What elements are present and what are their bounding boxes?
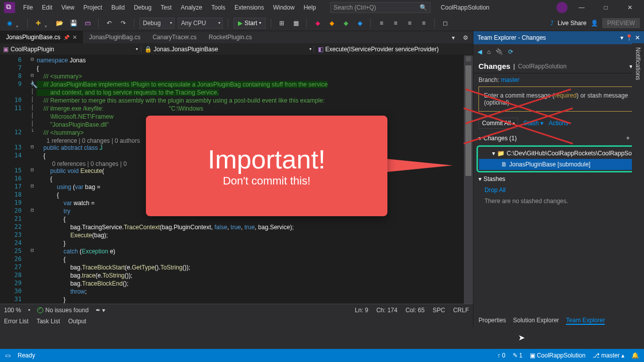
tab-rocketplugin[interactable]: RocketPlugin.cs — [203, 31, 258, 43]
nav-project[interactable]: CoolRappPlugin — [11, 46, 54, 53]
collapsed-side-tab[interactable]: Notifications — [632, 43, 644, 343]
redo-icon[interactable]: ↷ — [118, 18, 129, 29]
bell-icon[interactable]: 🔔 — [631, 352, 639, 359]
liveshare-button[interactable]: Live Share — [557, 20, 586, 27]
platform-combo[interactable]: Any CPU — [178, 18, 223, 29]
preview-badge: PREVIEW — [602, 18, 640, 28]
indent-icon[interactable]: ≡ — [390, 18, 401, 29]
nav-method[interactable]: Execute(IServiceProvider serviceProvider… — [326, 46, 439, 53]
undo-icon[interactable]: ↶ — [104, 18, 115, 29]
maximize-button[interactable]: □ — [596, 1, 616, 15]
status-crlf[interactable]: CRLF — [453, 307, 469, 314]
sync-icon[interactable]: ↑ 0 — [497, 352, 505, 359]
stage-all-icon[interactable]: ＋ — [625, 134, 631, 142]
gear-icon[interactable]: ⚙ — [460, 32, 471, 43]
plug-icon[interactable]: 🔌 — [496, 48, 503, 55]
pending-icon[interactable]: ✎ 1 — [513, 352, 523, 359]
menu-analyze[interactable]: Analyze — [177, 2, 206, 13]
pin-icon[interactable]: 📌 — [63, 35, 69, 40]
split-icon[interactable] — [466, 56, 471, 61]
line-gutter: 6789101112 1314 151617181920212223242526… — [0, 55, 28, 304]
ext-icon[interactable]: ◆ — [312, 18, 323, 29]
output-icon[interactable]: ▭ — [5, 352, 11, 359]
start-button[interactable]: ▶ Start ▾ — [233, 18, 266, 29]
drop-all-link[interactable]: Drop All — [485, 187, 506, 194]
close-button[interactable]: ✕ — [620, 1, 640, 15]
menu-file[interactable]: File — [19, 2, 37, 13]
annotation-highlight: ▾📁C:\Dev\GitHub\CoolRappRockets\CoolRapp… — [476, 145, 641, 172]
tree-file-submodule[interactable]: 🗎JonasPluginBase [submodule] — [479, 159, 638, 170]
dropdown-icon[interactable]: ▾ — [620, 34, 623, 41]
tree-folder[interactable]: ▾📁C:\Dev\GitHub\CoolRappRockets\CoolRapp… — [479, 148, 638, 159]
menu-test[interactable]: Test — [156, 2, 176, 13]
repo-icon[interactable]: ▣ CoolRappSolution — [530, 352, 586, 359]
team-toolbar: ◀ ⌂ 🔌 ⟳ — [473, 44, 644, 59]
menu-help[interactable]: Help — [299, 2, 320, 13]
config-combo[interactable]: Debug — [139, 18, 175, 29]
search-input[interactable]: Search (Ctrl+Q) 🔍 — [330, 2, 431, 13]
close-icon[interactable]: ✕ — [635, 34, 640, 41]
solution-link[interactable]: CoolRappSolution — [518, 63, 567, 70]
menu-extensions[interactable]: Extensions — [230, 2, 268, 13]
liveshare-icon[interactable]: ⤴ — [550, 20, 553, 27]
issues-indicator[interactable]: No issues found — [37, 307, 89, 314]
branch-icon[interactable]: ⎇ master ▴ — [593, 352, 624, 359]
save-icon[interactable]: 💾 — [68, 18, 79, 29]
status-spc[interactable]: SPC — [433, 307, 445, 314]
menu-build[interactable]: Build — [107, 2, 129, 13]
menu-debug[interactable]: Debug — [130, 2, 155, 13]
bookmark-icon[interactable]: ◻ — [440, 18, 451, 29]
menu-project[interactable]: Project — [79, 2, 106, 13]
home-icon[interactable]: ⌂ — [487, 48, 491, 55]
pin-icon[interactable]: 📍 — [625, 34, 633, 41]
status-col: Col: 65 — [406, 307, 425, 314]
tab-solution-explorer[interactable]: Solution Explorer — [513, 317, 559, 325]
tab-jonaspluginbase[interactable]: JonasPluginBase.cs📌✕ — [0, 31, 83, 43]
close-icon[interactable]: ✕ — [72, 34, 77, 41]
tab-errorlist[interactable]: Error List — [4, 318, 29, 325]
open-icon[interactable]: 📂 — [54, 18, 65, 29]
csproj-icon: ▣ — [3, 46, 9, 53]
menu-window[interactable]: Window — [269, 2, 299, 13]
no-stash-text: There are no stashed changes. — [473, 195, 644, 208]
screwdriver-icon[interactable]: 🔧 — [30, 81, 38, 88]
tab-tasklist[interactable]: Task List — [37, 318, 60, 325]
tab-properties[interactable]: Properties — [478, 317, 506, 325]
tab-dropdown-icon[interactable]: ▾ — [448, 32, 459, 43]
zoom-level[interactable]: 100 % — [4, 307, 21, 314]
save-all-icon[interactable]: 🗃 — [82, 18, 93, 29]
nav-class[interactable]: Jonas.JonasPluginBase — [153, 46, 218, 53]
status-line: Ln: 9 — [355, 307, 368, 314]
menu-edit[interactable]: Edit — [38, 2, 56, 13]
tab-output[interactable]: Output — [68, 318, 86, 325]
comment-icon[interactable]: ≡ — [418, 18, 429, 29]
brush-icon[interactable]: ✒ ▾ — [96, 307, 105, 314]
solution-name: CoolRappSolution — [441, 4, 490, 11]
titlebar: File Edit View Project Build Debug Test … — [0, 0, 644, 15]
ext-icon[interactable]: ◆ — [326, 18, 337, 29]
stashes-section[interactable]: ▾Stashes — [473, 172, 644, 186]
ext-icon[interactable]: ◆ — [354, 18, 365, 29]
back-button[interactable]: ◉ — [4, 18, 15, 29]
tool-icon[interactable]: ⊞ — [276, 18, 287, 29]
tab-team-explorer[interactable]: Team Explorer — [566, 317, 605, 325]
search-icon: 🔍 — [420, 4, 427, 11]
user-avatar[interactable] — [556, 2, 568, 13]
changes-header: Changes| CoolRappSolution ▾ ↗ — [473, 59, 644, 73]
comment-icon[interactable]: ≡ — [404, 18, 415, 29]
annotation-callout: Important! Don't commit this! — [146, 116, 387, 216]
menu-tools[interactable]: Tools — [207, 2, 229, 13]
refresh-icon[interactable]: ⟳ — [508, 48, 513, 55]
minimize-button[interactable]: — — [572, 1, 592, 15]
new-button[interactable]: ✚ — [33, 18, 44, 29]
annotation-cross — [461, 119, 576, 132]
ext-icon[interactable]: ◆ — [340, 18, 351, 29]
tab-jonaspluginbag[interactable]: JonasPluginBag.cs — [83, 31, 146, 43]
annotation-arrow — [382, 158, 453, 172]
feedback-icon[interactable]: 👤 — [591, 20, 598, 27]
indent-icon[interactable]: ≡ — [376, 18, 387, 29]
back-icon[interactable]: ◀ — [477, 48, 482, 55]
tab-canarytracer[interactable]: CanaryTracer.cs — [146, 31, 203, 43]
menu-view[interactable]: View — [57, 2, 78, 13]
tool-icon[interactable]: ▦ — [290, 18, 301, 29]
